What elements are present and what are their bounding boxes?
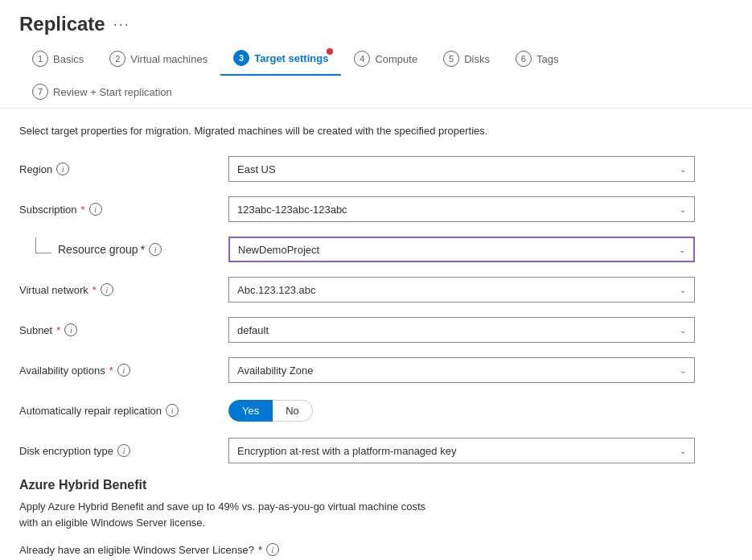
step-num-2: 2 xyxy=(109,51,125,67)
availability-dropdown[interactable]: Availability Zone ⌄ xyxy=(228,357,695,383)
step-label-vm: Virtual machines xyxy=(130,53,208,65)
indent-line xyxy=(35,237,51,253)
availability-info-icon[interactable]: i xyxy=(117,364,130,377)
subscription-info-icon[interactable]: i xyxy=(89,203,102,216)
step-virtual-machines[interactable]: 2 Virtual machines xyxy=(97,43,220,75)
auto-repair-label: Automatically repair replication i xyxy=(19,404,228,417)
step-target-settings[interactable]: 3 Target settings xyxy=(220,42,341,76)
auto-repair-no-button[interactable]: No xyxy=(273,400,313,422)
disk-encryption-label: Disk encryption type i xyxy=(19,444,228,457)
availability-control: Availability Zone ⌄ xyxy=(228,357,695,383)
auto-repair-info-icon[interactable]: i xyxy=(166,404,179,417)
hybrid-title: Azure Hybrid Benefit xyxy=(19,478,733,492)
subscription-value: 123abc-123abc-123abc xyxy=(237,204,347,216)
subnet-chevron: ⌄ xyxy=(680,326,686,335)
step-num-3: 3 xyxy=(233,50,249,66)
availability-label: Availability options * i xyxy=(19,364,228,377)
resource-group-control: NewDemoProject ⌄ xyxy=(228,237,695,262)
page-header: Replicate ··· xyxy=(0,0,752,42)
step-review[interactable]: 7 Review + Start replication xyxy=(19,76,185,108)
step-compute[interactable]: 4 Compute xyxy=(341,43,430,75)
resource-group-indent: Resource group * i xyxy=(19,243,228,256)
resource-group-dropdown[interactable]: NewDemoProject ⌄ xyxy=(228,237,695,262)
hybrid-section: Azure Hybrid Benefit Apply Azure Hybrid … xyxy=(19,478,733,560)
step-tags[interactable]: 6 Tags xyxy=(503,43,571,75)
wizard-steps: 1 Basics 2 Virtual machines 3 Target set… xyxy=(0,42,752,109)
hybrid-description: Apply Azure Hybrid Benefit and save up t… xyxy=(19,499,733,530)
step-label-target: Target settings xyxy=(254,52,328,64)
subnet-dropdown[interactable]: default ⌄ xyxy=(228,317,695,343)
disk-encryption-chevron: ⌄ xyxy=(680,447,686,455)
step-label-disks: Disks xyxy=(464,53,490,65)
rg-required: * xyxy=(141,243,145,256)
availability-row: Availability options * i Availability Zo… xyxy=(19,357,733,383)
vnet-control: Abc.123.123.abc ⌄ xyxy=(228,277,695,303)
auto-repair-toggle: Yes No xyxy=(228,400,695,422)
step-label-tags: Tags xyxy=(536,53,558,65)
disk-encryption-info-icon[interactable]: i xyxy=(117,444,130,457)
subscription-required: * xyxy=(81,204,85,216)
more-options-icon[interactable]: ··· xyxy=(113,16,130,33)
step-num-7: 7 xyxy=(32,84,48,100)
rg-chevron: ⌄ xyxy=(679,245,685,254)
content-area: Select target properties for migration. … xyxy=(0,109,752,560)
already-info-icon[interactable]: i xyxy=(266,543,279,556)
auto-repair-row: Automatically repair replication i Yes N… xyxy=(19,397,733,423)
region-value: East US xyxy=(237,163,276,175)
subscription-label: Subscription * i xyxy=(19,203,228,216)
step-num-5: 5 xyxy=(443,51,459,67)
subnet-info-icon[interactable]: i xyxy=(64,323,77,336)
subscription-dropdown[interactable]: 123abc-123abc-123abc ⌄ xyxy=(228,196,695,222)
subscription-row: Subscription * i 123abc-123abc-123abc ⌄ xyxy=(19,196,733,222)
resource-group-row: Resource group * i NewDemoProject ⌄ xyxy=(19,237,733,262)
step-label-basics: Basics xyxy=(53,53,84,65)
auto-repair-yes-button[interactable]: Yes xyxy=(228,400,273,422)
vnet-info-icon[interactable]: i xyxy=(101,283,113,296)
subnet-value: default xyxy=(237,324,269,336)
page-title: Replicate xyxy=(19,13,105,35)
subnet-row: Subnet * i default ⌄ xyxy=(19,317,733,343)
vnet-dropdown[interactable]: Abc.123.123.abc ⌄ xyxy=(228,277,695,303)
disk-encryption-control: Encryption at-rest with a platform-manag… xyxy=(228,438,695,463)
subnet-control: default ⌄ xyxy=(228,317,695,343)
resource-group-value: NewDemoProject xyxy=(238,244,319,256)
step-dot xyxy=(327,48,333,55)
region-label: Region i xyxy=(19,163,228,175)
region-info-icon[interactable]: i xyxy=(56,163,69,175)
virtual-network-row: Virtual network * i Abc.123.123.abc ⌄ xyxy=(19,277,733,303)
disk-encryption-row: Disk encryption type i Encryption at-res… xyxy=(19,438,733,463)
step-disks[interactable]: 5 Disks xyxy=(430,43,503,75)
virtual-network-label: Virtual network * i xyxy=(19,283,228,296)
auto-repair-control: Yes No xyxy=(228,400,695,422)
vnet-chevron: ⌄ xyxy=(680,286,686,294)
rg-info-icon[interactable]: i xyxy=(149,243,162,256)
step-num-4: 4 xyxy=(354,51,370,67)
step-label-review: Review + Start replication xyxy=(53,86,172,98)
vnet-value: Abc.123.123.abc xyxy=(237,284,316,296)
availability-value: Availability Zone xyxy=(237,364,313,377)
page-description: Select target properties for migration. … xyxy=(19,125,733,137)
disk-encryption-dropdown[interactable]: Encryption at-rest with a platform-manag… xyxy=(228,438,695,463)
step-num-6: 6 xyxy=(516,51,532,67)
region-control: East US ⌄ xyxy=(228,156,695,182)
availability-chevron: ⌄ xyxy=(680,366,686,375)
disk-encryption-value: Encryption at-rest with a platform-manag… xyxy=(237,445,456,457)
region-dropdown[interactable]: East US ⌄ xyxy=(228,156,695,182)
region-row: Region i East US ⌄ xyxy=(19,156,733,182)
step-num-1: 1 xyxy=(32,51,48,67)
step-basics[interactable]: 1 Basics xyxy=(19,43,97,75)
already-label: Already have an eligible Windows Server … xyxy=(19,543,733,556)
region-chevron: ⌄ xyxy=(680,165,686,174)
subnet-label: Subnet * i xyxy=(19,323,228,336)
subscription-chevron: ⌄ xyxy=(680,205,686,214)
step-label-compute: Compute xyxy=(375,53,417,65)
subscription-control: 123abc-123abc-123abc ⌄ xyxy=(228,196,695,222)
